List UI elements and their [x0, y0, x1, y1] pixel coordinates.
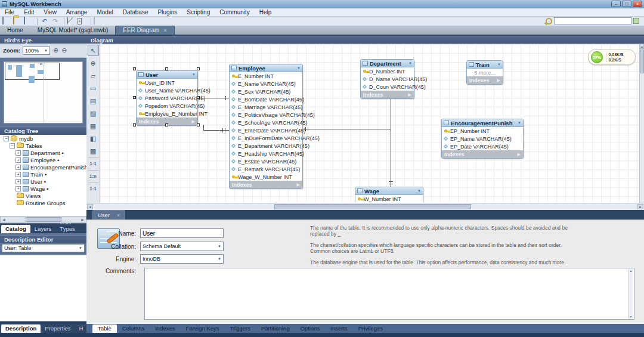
menu-database[interactable]: Database — [123, 9, 148, 16]
scrollbar-thumb[interactable] — [274, 204, 471, 209]
tree-item-tables[interactable]: − Tables — [0, 142, 86, 149]
expand-icon[interactable]: + — [16, 157, 21, 163]
expand-icon[interactable]: + — [16, 165, 21, 170]
collapse-arrow-icon[interactable]: ▼ — [518, 121, 521, 125]
tab-mysql-model[interactable]: MySQL Model* (gsgl.mwb) — [30, 26, 116, 35]
open-folder-icon[interactable] — [13, 17, 22, 25]
layer-tool[interactable]: ▭ — [88, 82, 99, 94]
expand-icon[interactable]: + — [16, 186, 21, 191]
more-columns-row[interactable]: 5 more... — [467, 69, 503, 76]
diagram-table-user[interactable]: User ▼ User_ID INT User_Name VARCHAR(45)… — [136, 70, 198, 126]
table-header[interactable]: Department ▼ — [361, 60, 414, 67]
menu-arrange[interactable]: Arrange — [66, 9, 88, 16]
collapse-arrow-icon[interactable]: ▼ — [408, 61, 412, 65]
indexes-footer[interactable]: Indexes▶ — [467, 76, 503, 84]
scroll-up-icon[interactable]: ▲ — [628, 269, 633, 273]
eraser-tool[interactable]: ▱ — [88, 70, 99, 81]
tab-home[interactable]: Home — [0, 26, 30, 35]
selection-handle[interactable] — [197, 67, 200, 70]
table-header[interactable]: Wage ▼ — [355, 187, 423, 195]
tab-options[interactable]: Options — [295, 324, 326, 333]
scroll-down-icon[interactable]: ▼ — [628, 315, 633, 319]
relationship-1-1-identifying-tool[interactable]: 1:1 — [88, 183, 99, 194]
table-header[interactable]: EncouragementPunish ▼ — [442, 119, 523, 127]
birds-eye-map[interactable] — [4, 61, 83, 123]
redo-icon[interactable]: ↷ — [51, 17, 60, 25]
note-tool[interactable]: ▤ — [88, 95, 99, 106]
menu-scripting[interactable]: Scripting — [187, 9, 210, 16]
relationship-1-1-tool[interactable]: 1:1 — [88, 157, 99, 169]
selection-handle[interactable] — [197, 123, 200, 126]
diagram-canvas[interactable]: User ▼ User_ID INT User_Name VARCHAR(45)… — [100, 44, 639, 203]
tab-triggers[interactable]: Triggers — [224, 324, 256, 333]
canvas-vertical-scrollbar[interactable]: ▲ — [639, 44, 644, 203]
selection-handle[interactable] — [133, 123, 136, 126]
table-header[interactable]: User ▼ — [137, 71, 197, 79]
description-object-select[interactable]: User: Table ▼ — [2, 244, 85, 252]
add-icon[interactable]: + — [78, 17, 86, 25]
table-header[interactable]: Train ▼ — [467, 61, 503, 69]
scroll-left-icon[interactable]: ◄ — [2, 218, 6, 222]
routine-group-tool[interactable]: ▩ — [88, 145, 99, 156]
pan-tool[interactable]: ⊕ — [88, 57, 99, 69]
tree-item-encouragementpunish[interactable]: + EncouragementPunish • — [0, 163, 86, 171]
search-input[interactable] — [554, 17, 631, 24]
menu-help[interactable]: Help — [259, 9, 272, 16]
indexes-footer[interactable]: Indexes▶ — [361, 91, 414, 98]
scroll-up-icon[interactable]: ▲ — [640, 44, 644, 49]
tab-user-types[interactable]: User Types — [55, 218, 86, 233]
clear-icon[interactable] — [67, 17, 76, 25]
diagram-table-train[interactable]: Train ▼ 5 more... Indexes▶ — [466, 60, 503, 85]
tab-eer-diagram[interactable]: EER Diagram × — [115, 26, 174, 35]
scrollbar-thumb[interactable] — [640, 50, 644, 73]
undo-icon[interactable]: ↶ — [40, 17, 49, 25]
table-tool[interactable]: ▦ — [88, 120, 99, 131]
tree-item-routine-groups[interactable]: Routine Groups — [0, 199, 86, 206]
tree-item-user[interactable]: + User • — [0, 178, 86, 185]
comments-textarea[interactable]: ▲ ▼ — [144, 268, 634, 320]
expand-icon[interactable]: + — [16, 179, 21, 184]
collapse-arrow-icon[interactable]: ▼ — [417, 189, 421, 193]
collapse-icon[interactable]: − — [4, 136, 9, 141]
diagram-table-department[interactable]: Department ▼ D_Number INT D_Name VARCHAR… — [360, 59, 414, 99]
view-tool[interactable]: ◧ — [88, 132, 99, 144]
indexes-footer[interactable]: Indexes▶ — [230, 181, 302, 188]
collapse-arrow-icon[interactable]: ▼ — [192, 73, 196, 76]
tab-catalog[interactable]: Catalog — [1, 225, 30, 233]
menu-view[interactable]: View — [44, 9, 57, 16]
engine-select[interactable]: InnoDB ▼ — [140, 254, 224, 264]
tab-history[interactable]: H — [75, 324, 88, 333]
tree-item-views[interactable]: Views — [0, 192, 86, 199]
scroll-right-icon[interactable]: ► — [637, 204, 643, 209]
select-tool[interactable]: ↖ — [88, 45, 99, 56]
menu-plugins[interactable]: Plugins — [158, 9, 178, 16]
selection-handle[interactable] — [165, 123, 168, 126]
tree-item-employee[interactable]: + Employee • — [0, 156, 86, 163]
minimize-button[interactable]: – — [611, 1, 621, 7]
selection-handle[interactable] — [165, 67, 168, 70]
collapse-arrow-icon[interactable]: ▼ — [497, 63, 501, 66]
diagram-table-wage[interactable]: Wage ▼ W_Number INT — [355, 187, 423, 203]
tab-foreign-keys[interactable]: Foreign Keys — [181, 324, 225, 333]
relationship-line-department-wage[interactable] — [391, 99, 391, 187]
scroll-left-icon[interactable]: ◄ — [87, 204, 93, 209]
comments-scrollbar[interactable]: ▲ ▼ — [628, 269, 633, 319]
menu-community[interactable]: Community — [219, 9, 250, 16]
selection-handle[interactable] — [197, 96, 200, 99]
diagram-table-encouragementpunish[interactable]: EncouragementPunish ▼ EP_Number INT EP_N… — [441, 119, 524, 159]
table-header[interactable]: Employee ▼ — [230, 64, 302, 72]
zoom-select[interactable]: 100% ▼ — [23, 47, 50, 55]
collapse-icon[interactable]: − — [10, 143, 15, 149]
expand-icon[interactable]: + — [16, 150, 21, 156]
zoom-in-icon[interactable]: ⊕ — [53, 47, 58, 54]
collation-select[interactable]: Schema Default ▼ — [140, 242, 224, 251]
description-editor-body[interactable] — [0, 255, 86, 321]
search-options-icon[interactable] — [633, 18, 639, 24]
tab-description[interactable]: Description — [1, 324, 41, 333]
maximize-button[interactable]: □ — [622, 1, 631, 7]
zoom-out-icon[interactable]: ⊖ — [61, 47, 67, 54]
tree-item-schema[interactable]: − mydb — [0, 135, 86, 142]
relationship-line-employee-wage[interactable] — [303, 129, 391, 129]
canvas-horizontal-scrollbar[interactable]: ◄ ► — [86, 203, 644, 210]
tree-item-train[interactable]: + Train • — [0, 171, 86, 178]
